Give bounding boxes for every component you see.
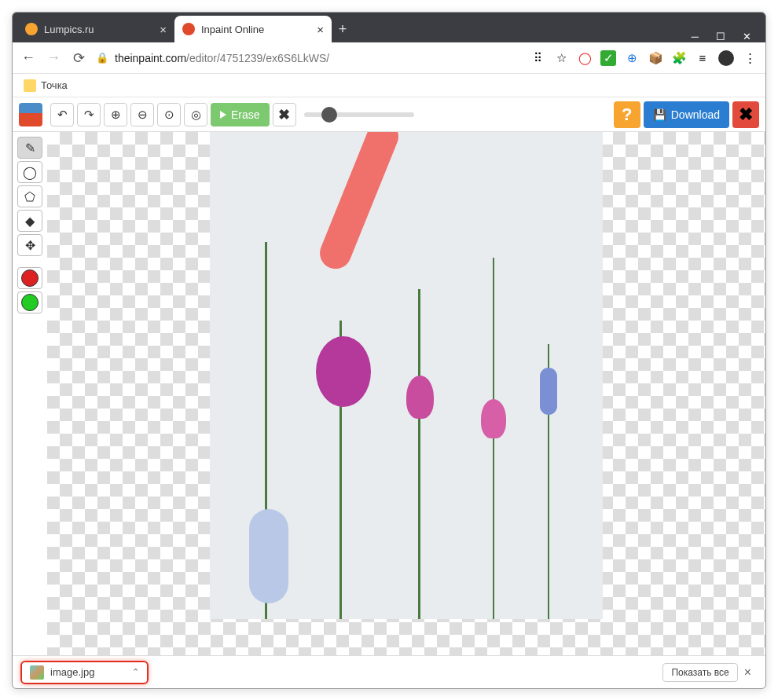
close-shelf-button[interactable]: ×	[744, 665, 751, 680]
extensions: ⠿ ☆ ◯ ✓ ⊕ 📦 🧩 ≡ ● ⋮	[530, 50, 758, 66]
menu-icon[interactable]: ⋮	[742, 50, 758, 66]
zoom-actual-button[interactable]: ◎	[184, 103, 207, 126]
red-color[interactable]	[17, 267, 42, 289]
reload-button[interactable]: ⟳	[71, 49, 86, 67]
minimize-icon[interactable]: ─	[692, 31, 699, 42]
translate-icon[interactable]: ⠿	[530, 50, 545, 66]
flower	[249, 509, 288, 603]
close-app-button[interactable]: ✖	[732, 101, 759, 128]
polygon-tool[interactable]: ⬠	[17, 185, 42, 207]
show-all-button[interactable]: Показать все	[662, 663, 737, 682]
bookmark-item[interactable]: Точка	[24, 79, 68, 92]
red-circle-icon	[21, 269, 39, 287]
avatar-icon[interactable]: ●	[718, 50, 734, 66]
forward-button[interactable]: →	[46, 49, 61, 66]
file-icon	[30, 665, 44, 680]
maximize-icon[interactable]: ☐	[716, 31, 725, 42]
check-icon[interactable]: ✓	[600, 50, 616, 66]
cube-icon[interactable]: 📦	[648, 50, 663, 66]
zoom-out-button[interactable]: ⊖	[130, 103, 154, 126]
download-shelf: image.jpg ⌃ Показать все ×	[13, 655, 765, 688]
bookmarks-bar: Точка	[13, 74, 765, 97]
lock-icon: 🔒	[96, 52, 108, 64]
cancel-button[interactable]: ✖	[273, 103, 296, 126]
flower	[481, 399, 506, 438]
download-filename: image.jpg	[50, 666, 94, 678]
marker-tool[interactable]: ✎	[17, 137, 42, 159]
favicon	[25, 23, 38, 35]
play-icon	[220, 111, 226, 119]
erase-label: Erase	[231, 108, 260, 121]
lasso-tool[interactable]: ◯	[17, 161, 42, 183]
favicon	[182, 23, 195, 35]
tab-lumpics[interactable]: Lumpics.ru ×	[17, 16, 174, 42]
slider-thumb[interactable]	[321, 107, 337, 123]
back-button[interactable]: ←	[20, 49, 36, 66]
undo-button[interactable]: ↶	[50, 103, 74, 126]
help-button[interactable]: ?	[614, 101, 640, 128]
titlebar: Lumpics.ru × Inpaint Online × + ─ ☐ ✕	[13, 13, 765, 42]
zoom-in-button[interactable]: ⊕	[104, 103, 127, 126]
download-label: Download	[671, 108, 720, 121]
canvas-area[interactable]	[47, 132, 765, 655]
app-content: ↶ ↷ ⊕ ⊖ ⊙ ◎ Erase ✖ ? 💾Download ✖ ✎ ◯ ⬠ …	[13, 97, 765, 655]
app-toolbar: ↶ ↷ ⊕ ⊖ ⊙ ◎ Erase ✖ ? 💾Download ✖	[13, 97, 765, 132]
tab-inpaint[interactable]: Inpaint Online ×	[174, 16, 332, 42]
app-logo[interactable]	[19, 103, 42, 126]
flower	[316, 336, 371, 407]
tab-title: Lumpics.ru	[44, 24, 94, 35]
close-icon[interactable]: ×	[160, 23, 167, 36]
browser-window: Lumpics.ru × Inpaint Online × + ─ ☐ ✕ ← …	[12, 12, 766, 689]
redo-button[interactable]: ↷	[77, 103, 101, 126]
address-bar: ← → ⟳ 🔒 theinpaint.com/editor/4751239/ex…	[13, 42, 765, 74]
zoom-fit-button[interactable]: ⊙	[157, 103, 181, 126]
window-controls: ─ ☐ ✕	[677, 31, 765, 42]
list-icon[interactable]: ≡	[695, 50, 710, 66]
photo	[210, 132, 603, 619]
url-path: /editor/4751239/ex6S6LkWS/	[186, 52, 329, 64]
star-icon[interactable]: ☆	[553, 50, 569, 66]
folder-icon	[24, 79, 36, 92]
opera-icon[interactable]: ◯	[577, 50, 593, 66]
green-circle-icon	[21, 294, 39, 311]
close-icon[interactable]: ✕	[743, 31, 751, 42]
tab-title: Inpaint Online	[201, 24, 264, 35]
puzzle-icon[interactable]: 🧩	[671, 50, 687, 66]
green-color[interactable]	[17, 291, 42, 313]
brush-size-slider[interactable]	[304, 109, 414, 120]
close-icon[interactable]: ×	[317, 23, 324, 36]
tool-sidebar: ✎ ◯ ⬠ ◆ ✥	[13, 132, 47, 655]
download-item[interactable]: image.jpg ⌃	[20, 661, 149, 684]
tab-strip: Lumpics.ru × Inpaint Online × +	[13, 16, 677, 42]
url-domain: theinpaint.com	[115, 52, 186, 64]
new-tab-button[interactable]: +	[332, 16, 354, 42]
plant-stem	[493, 258, 494, 619]
bookmark-label: Точка	[41, 79, 68, 91]
url-field[interactable]: 🔒 theinpaint.com/editor/4751239/ex6S6LkW…	[96, 52, 520, 64]
workspace: ✎ ◯ ⬠ ◆ ✥	[13, 132, 765, 655]
eraser-tool[interactable]: ◆	[17, 210, 42, 232]
erase-button[interactable]: Erase	[211, 103, 270, 126]
mask-stroke	[315, 132, 403, 273]
save-icon: 💾	[653, 108, 666, 121]
chevron-up-icon[interactable]: ⌃	[132, 667, 139, 677]
plant-stem	[418, 289, 420, 619]
flower	[540, 368, 557, 415]
download-button[interactable]: 💾Download	[644, 101, 729, 128]
globe-icon[interactable]: ⊕	[624, 50, 640, 66]
flower	[406, 376, 434, 419]
move-tool[interactable]: ✥	[17, 234, 42, 256]
slider-track	[304, 112, 414, 117]
